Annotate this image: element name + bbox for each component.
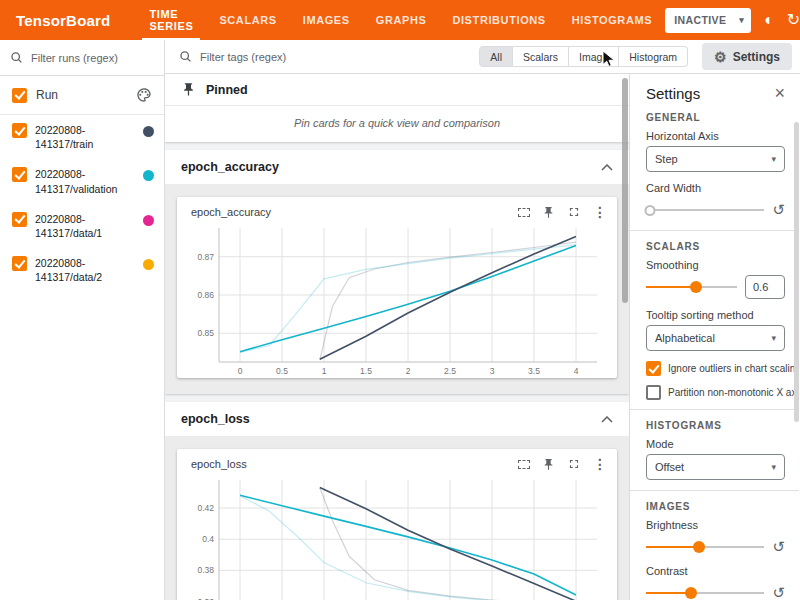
tag-filter-input[interactable] [200,51,325,63]
svg-text:4: 4 [574,366,579,376]
run-checkbox[interactable] [12,256,27,271]
chevron-up-icon[interactable] [601,164,613,171]
section-body: epoch_loss ⋮ 00.511.522.533.540.360.380.… [165,437,629,600]
contrast-slider[interactable] [646,587,764,599]
epoch-loss-chart[interactable]: 00.511.522.533.540.360.380.40.42 [185,474,609,600]
tab-graphs[interactable]: GRAPHS [363,0,440,40]
section-title: epoch_loss [181,412,250,426]
partition-x-axis-checkbox[interactable]: Partition non-monotonic X axis i [646,385,785,400]
chip-histogram[interactable]: Histogram [619,46,688,67]
svg-text:0.38: 0.38 [197,565,214,575]
card-actions: ⋮ [518,456,607,472]
cards-scrollbar[interactable] [622,78,628,303]
chevron-up-icon[interactable] [601,416,613,423]
search-icon [10,51,23,64]
chip-scalars[interactable]: Scalars [513,46,569,67]
section-epoch-loss: epoch_loss epoch_loss ⋮ [165,402,629,600]
run-list-item[interactable]: 20220808-141317/validation [0,159,164,203]
run-list-item[interactable]: 20220808-141317/data/1 [0,204,164,248]
run-filter-input[interactable] [31,52,149,64]
tooltip-sorting-value: Alphabetical [655,332,715,344]
fullscreen-icon[interactable] [567,457,581,471]
pin-icon[interactable] [542,458,555,471]
scalars-heading: SCALARS [646,241,785,252]
smoothing-slider[interactable] [646,281,737,293]
svg-text:0.42: 0.42 [197,503,214,513]
runs-sidebar: Run 20220808-141317/train 20220808-14131… [0,40,165,600]
run-checkbox[interactable] [12,167,27,182]
gear-icon: ⚙ [714,49,727,65]
run-master-row[interactable]: Run [0,76,164,115]
svg-text:0.86: 0.86 [197,290,214,300]
horizontal-axis-label: Horizontal Axis [646,130,785,142]
smoothing-value-input[interactable]: 0.6 [745,275,785,299]
tab-time-series[interactable]: TIME SERIES [136,0,206,40]
svg-text:0.4: 0.4 [202,534,214,544]
card-width-slider[interactable] [646,204,764,216]
settings-panel: Settings × GENERAL Horizontal Axis Step … [629,74,799,600]
run-label: 20220808-141317/train [35,123,135,151]
refresh-icon[interactable]: ↻ [787,12,800,28]
divider [630,230,799,231]
divider [630,409,799,410]
brightness-slider[interactable] [646,541,764,553]
run-color-dot [143,259,154,270]
pin-icon [181,82,196,97]
horizontal-axis-value: Step [655,153,678,165]
run-checkbox[interactable] [12,212,27,227]
tab-distributions[interactable]: DISTRIBUTIONS [439,0,558,40]
checkbox-icon [646,385,661,400]
section-title: epoch_accuracy [181,160,279,174]
tab-images[interactable]: IMAGES [290,0,363,40]
status-value: INACTIVE [674,14,726,26]
horizontal-axis-select[interactable]: Step ▾ [646,146,785,172]
settings-button[interactable]: ⚙ Settings [702,43,792,70]
settings-scrollbar[interactable] [794,122,799,422]
scalar-card-epoch-loss: epoch_loss ⋮ 00.511.522.533.540.360.380.… [177,449,617,600]
search-icon [179,50,192,63]
fit-domain-icon[interactable] [518,460,530,469]
run-filter-box [0,40,164,76]
fullscreen-icon[interactable] [567,205,581,219]
close-icon[interactable]: × [774,84,785,102]
pin-icon[interactable] [542,206,555,219]
fit-domain-icon[interactable] [518,208,530,217]
ignore-outliers-checkbox[interactable]: Ignore outliers in chart scaling [646,361,785,376]
settings-button-label: Settings [733,50,780,64]
palette-icon[interactable] [136,87,152,103]
header-actions: INACTIVE ▾ ◐ ↻ ⚙ ? [665,8,800,33]
reset-icon[interactable]: ↺ [772,584,785,600]
reset-icon[interactable]: ↺ [772,538,785,556]
run-label: 20220808-141317/data/2 [35,256,135,284]
more-options-icon[interactable]: ⋮ [593,204,607,220]
tag-toolbar: All Scalars Image Histogram ⚙ Settings [165,40,800,74]
chip-all[interactable]: All [479,46,513,67]
more-options-icon[interactable]: ⋮ [593,456,607,472]
svg-text:0.36: 0.36 [197,597,214,600]
chevron-down-icon: ▾ [739,15,744,25]
card-header: epoch_accuracy ⋮ [177,197,617,222]
chevron-down-icon: ▾ [771,333,776,343]
run-list-item[interactable]: 20220808-141317/train [0,115,164,159]
tab-histograms[interactable]: HISTOGRAMS [559,0,665,40]
tab-scalars[interactable]: SCALARS [206,0,289,40]
theme-toggle-icon[interactable]: ◐ [764,12,774,28]
section-header[interactable]: epoch_loss [165,402,629,437]
pinned-header: Pinned [165,74,629,106]
pinned-hint: Pin cards for a quick view and compariso… [165,106,629,142]
chevron-down-icon: ▾ [771,154,776,164]
run-master-checkbox[interactable] [12,88,27,103]
run-list-item[interactable]: 20220808-141317/data/2 [0,248,164,292]
run-color-dot [143,215,154,226]
tooltip-sorting-select[interactable]: Alphabetical ▾ [646,325,785,351]
histogram-mode-select[interactable]: Offset ▾ [646,454,785,480]
section-header[interactable]: epoch_accuracy [165,150,629,185]
histograms-heading: HISTOGRAMS [646,420,785,431]
images-heading: IMAGES [646,501,785,512]
data-status-dropdown[interactable]: INACTIVE ▾ [665,8,751,33]
run-list: 20220808-141317/train 20220808-141317/va… [0,115,164,292]
reset-icon[interactable]: ↺ [772,201,785,219]
chip-image[interactable]: Image [569,46,619,67]
epoch-accuracy-chart[interactable]: 00.511.522.533.540.850.860.87 [185,222,609,378]
run-checkbox[interactable] [12,123,27,138]
